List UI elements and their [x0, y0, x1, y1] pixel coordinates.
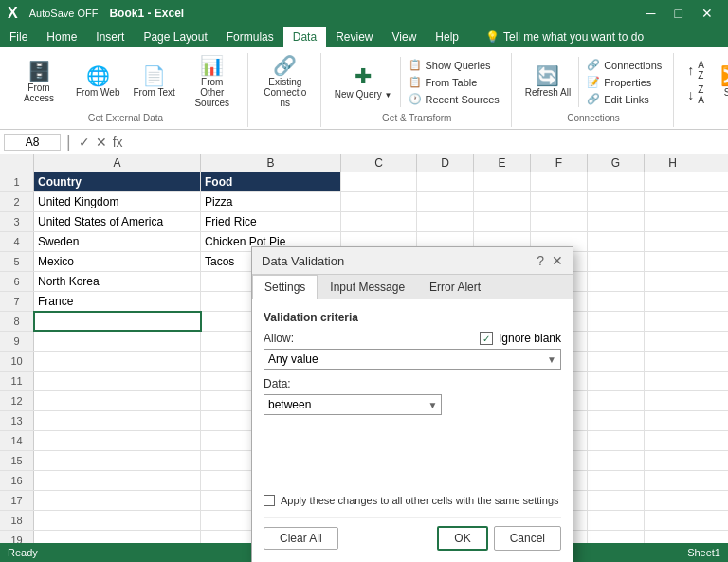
- cell-A2[interactable]: United Kingdom: [34, 192, 201, 211]
- cell-H2[interactable]: [645, 192, 701, 211]
- row-header-1[interactable]: 1: [0, 172, 34, 191]
- row-header-10[interactable]: 10: [0, 352, 34, 371]
- edit-links-button[interactable]: 🔗 Edit Links: [581, 91, 667, 107]
- cell-A3[interactable]: United States of America: [34, 212, 201, 231]
- col-header-c[interactable]: C: [341, 154, 417, 172]
- cell-H9[interactable]: [645, 332, 701, 351]
- row-header-13[interactable]: 13: [0, 411, 34, 430]
- from-access-button[interactable]: 🗄️ From Access: [9, 59, 68, 106]
- row-header-9[interactable]: 9: [0, 332, 34, 351]
- row-header-6[interactable]: 6: [0, 272, 34, 291]
- menu-review[interactable]: Review: [326, 27, 382, 47]
- cell-G11[interactable]: [588, 372, 645, 390]
- data-select[interactable]: between ▼: [264, 394, 442, 415]
- cell-A16[interactable]: [34, 471, 201, 490]
- cell-I7[interactable]: [701, 292, 728, 311]
- row-header-11[interactable]: 11: [0, 372, 34, 390]
- cell-A8[interactable]: [34, 312, 201, 331]
- menu-data[interactable]: Data: [283, 27, 326, 47]
- cell-I11[interactable]: [701, 372, 728, 390]
- cell-A5[interactable]: Mexico: [34, 252, 201, 271]
- cell-G17[interactable]: [588, 491, 645, 510]
- cancel-button[interactable]: Cancel: [494, 526, 561, 551]
- cell-G9[interactable]: [588, 332, 645, 351]
- cell-I1[interactable]: [701, 172, 728, 191]
- cell-G3[interactable]: [588, 212, 645, 231]
- connections-button[interactable]: 🔗 Connections: [581, 57, 667, 73]
- cell-D2[interactable]: [417, 192, 474, 211]
- ignore-blank-checkbox[interactable]: ✓: [480, 332, 493, 345]
- cell-G16[interactable]: [588, 471, 645, 490]
- sheet-tab[interactable]: Sheet1: [687, 547, 720, 558]
- cell-G12[interactable]: [588, 391, 645, 410]
- cell-F2[interactable]: [531, 192, 588, 211]
- cell-H4[interactable]: [645, 232, 701, 251]
- cell-I6[interactable]: [701, 272, 728, 291]
- cell-H17[interactable]: [645, 491, 701, 510]
- cell-H11[interactable]: [645, 372, 701, 390]
- cell-A1[interactable]: Country: [34, 172, 201, 191]
- row-header-5[interactable]: 5: [0, 252, 34, 271]
- cell-H14[interactable]: [645, 431, 701, 450]
- cell-I3[interactable]: [701, 212, 728, 231]
- menu-formulas[interactable]: Formulas: [217, 27, 283, 47]
- show-queries-button[interactable]: 📋 Show Queries: [403, 57, 505, 73]
- cell-H8[interactable]: [645, 312, 701, 331]
- menu-file[interactable]: File: [0, 27, 37, 47]
- tab-input-message[interactable]: Input Message: [318, 275, 417, 299]
- row-header-17[interactable]: 17: [0, 491, 34, 510]
- dialog-help-icon[interactable]: ?: [537, 253, 544, 268]
- cell-A7[interactable]: France: [34, 292, 201, 311]
- cell-G13[interactable]: [588, 411, 645, 430]
- cell-A13[interactable]: [34, 411, 201, 430]
- menu-insert[interactable]: Insert: [86, 27, 134, 47]
- cell-I15[interactable]: [701, 451, 728, 470]
- cell-I12[interactable]: [701, 391, 728, 410]
- cell-I9[interactable]: [701, 332, 728, 351]
- sort-button[interactable]: 🔀 Sort: [712, 63, 728, 100]
- row-header-15[interactable]: 15: [0, 451, 34, 470]
- cell-I18[interactable]: [701, 511, 728, 530]
- col-header-h[interactable]: H: [645, 154, 701, 172]
- row-header-14[interactable]: 14: [0, 431, 34, 450]
- cell-I4[interactable]: [701, 232, 728, 251]
- cell-I5[interactable]: [701, 252, 728, 271]
- cancel-formula-icon[interactable]: ✕: [94, 135, 109, 150]
- existing-connections-button[interactable]: 🔗 Existing Connections: [256, 53, 315, 111]
- properties-button[interactable]: 📝 Properties: [581, 74, 667, 90]
- cell-E3[interactable]: [474, 212, 531, 231]
- sort-desc-button[interactable]: ↓ZA: [682, 82, 710, 107]
- col-header-e[interactable]: E: [474, 154, 531, 172]
- cell-I2[interactable]: [701, 192, 728, 211]
- cell-G18[interactable]: [588, 511, 645, 530]
- from-web-button[interactable]: 🌐 From Web: [70, 63, 126, 100]
- sort-asc-button[interactable]: ↑AZ: [682, 58, 710, 82]
- cell-I17[interactable]: [701, 491, 728, 510]
- col-header-b[interactable]: B: [201, 154, 341, 172]
- name-box[interactable]: [4, 134, 61, 151]
- cell-B2[interactable]: Pizza: [201, 192, 341, 211]
- cell-G8[interactable]: [588, 312, 645, 331]
- cell-H6[interactable]: [645, 272, 701, 291]
- cell-I16[interactable]: [701, 471, 728, 490]
- clear-all-button[interactable]: Clear All: [264, 527, 338, 550]
- cell-A9[interactable]: [34, 332, 201, 351]
- allow-select[interactable]: Any value ▼: [264, 349, 561, 370]
- row-header-16[interactable]: 16: [0, 471, 34, 490]
- menu-page-layout[interactable]: Page Layout: [134, 27, 216, 47]
- menu-help[interactable]: Help: [426, 27, 468, 47]
- cell-A18[interactable]: [34, 511, 201, 530]
- col-header-f[interactable]: F: [531, 154, 588, 172]
- row-header-12[interactable]: 12: [0, 391, 34, 410]
- col-header-g[interactable]: G: [588, 154, 645, 172]
- apply-changes-checkbox[interactable]: [264, 495, 275, 506]
- cell-H18[interactable]: [645, 511, 701, 530]
- cell-G6[interactable]: [588, 272, 645, 291]
- col-header-a[interactable]: A: [34, 154, 201, 172]
- cell-B1[interactable]: Food: [201, 172, 341, 191]
- from-text-button[interactable]: 📄 From Text: [128, 63, 181, 100]
- cell-C2[interactable]: [341, 192, 417, 211]
- menu-search[interactable]: 💡 Tell me what you want to do: [476, 27, 653, 47]
- cell-G5[interactable]: [588, 252, 645, 271]
- cell-A6[interactable]: North Korea: [34, 272, 201, 291]
